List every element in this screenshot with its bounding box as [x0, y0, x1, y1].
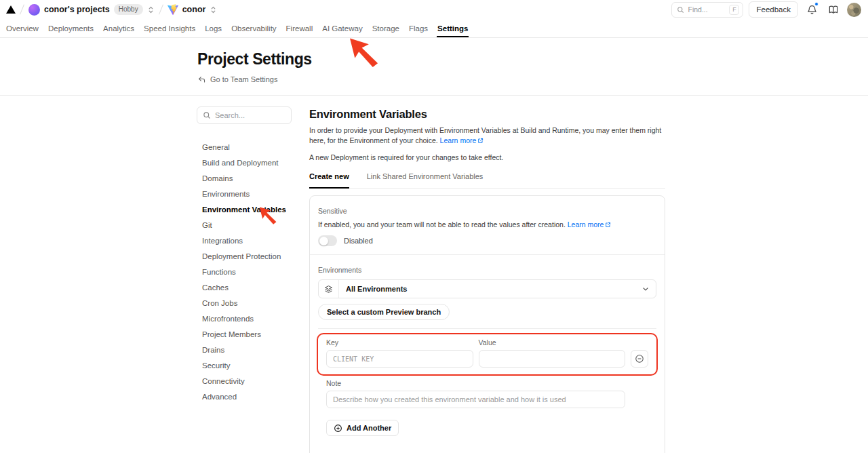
tab-create-new[interactable]: Create new: [309, 172, 349, 188]
sidebar-item-environment-variables[interactable]: Environment Variables: [197, 201, 293, 217]
redeploy-notice: A new Deployment is required for your ch…: [309, 153, 665, 161]
tab-storage[interactable]: Storage: [368, 19, 404, 37]
chevron-down-icon: [642, 285, 650, 293]
tab-deployments[interactable]: Deployments: [43, 19, 98, 37]
sidebar-item-caches[interactable]: Caches: [197, 279, 293, 295]
sensitive-toggle-row: Disabled: [318, 235, 656, 246]
env-var-tabs: Create new Link Shared Environment Varia…: [309, 172, 665, 189]
breadcrumb: conor's projects Hobby: [6, 4, 217, 16]
learn-more-link[interactable]: Learn more: [440, 136, 484, 144]
add-another-row: Add Another: [318, 408, 656, 446]
hero: Project Settings Go to Team Settings: [0, 38, 868, 96]
user-avatar[interactable]: [847, 3, 861, 17]
tab-ai-gateway[interactable]: AI Gateway: [317, 19, 367, 37]
env-vars-panel: Environment Variables In order to provid…: [309, 96, 665, 453]
external-link-icon: [605, 221, 611, 229]
project-name: conor: [182, 5, 206, 14]
sidebar-item-git[interactable]: Git: [197, 217, 293, 233]
feedback-button[interactable]: Feedback: [749, 1, 798, 18]
tab-analytics[interactable]: Analytics: [98, 19, 139, 37]
remove-row-button[interactable]: [631, 350, 648, 368]
plus-circle-icon: [334, 424, 342, 433]
breadcrumb-divider: [20, 4, 24, 14]
find-box[interactable]: F: [671, 2, 743, 18]
key-label: Key: [326, 338, 473, 347]
vercel-project-settings-page: conor's projects Hobby: [0, 0, 868, 453]
team-name: conor's projects: [44, 5, 110, 14]
go-to-team-settings-link[interactable]: Go to Team Settings: [197, 75, 277, 83]
environments-selected-value: All Environments: [339, 285, 407, 293]
sidebar-item-functions[interactable]: Functions: [197, 264, 293, 279]
tab-settings[interactable]: Settings: [433, 19, 473, 37]
selector-icon: [147, 5, 155, 14]
tab-firewall[interactable]: Firewall: [281, 19, 318, 37]
add-another-button[interactable]: Add Another: [326, 420, 399, 436]
team-switcher[interactable]: conor's projects Hobby: [28, 4, 155, 16]
notifications-bell-button[interactable]: [804, 1, 820, 18]
note-label: Note: [326, 379, 648, 387]
sidebar-item-cron-jobs[interactable]: Cron Jobs: [197, 295, 293, 311]
tab-speed-insights[interactable]: Speed Insights: [139, 19, 200, 37]
selector-icon: [210, 5, 217, 14]
sidebar-item-drains[interactable]: Drains: [197, 342, 293, 357]
sidebar-item-domains[interactable]: Domains: [197, 170, 293, 186]
search-icon: [203, 111, 211, 119]
learn-more-link[interactable]: Learn more: [568, 220, 612, 229]
tab-overview[interactable]: Overview: [1, 19, 43, 37]
note-input[interactable]: [326, 391, 625, 408]
page-title: Project Settings: [197, 50, 868, 68]
note-section: Note: [318, 376, 656, 408]
sidebar-item-project-members[interactable]: Project Members: [197, 326, 293, 342]
create-env-var-card: Sensitive If enabled, you and your team …: [309, 195, 665, 453]
sensitive-description: If enabled, you and your team will not b…: [318, 220, 656, 229]
divider: [318, 328, 656, 329]
value-input[interactable]: [479, 350, 626, 368]
project-tabs: OverviewDeploymentsAnalyticsSpeed Insigh…: [0, 19, 868, 38]
notification-dot: [814, 2, 818, 6]
topbar: conor's projects Hobby: [0, 0, 868, 19]
vercel-logo-icon[interactable]: [6, 5, 16, 14]
sidebar-item-general[interactable]: General: [197, 139, 293, 155]
find-shortcut-badge: F: [729, 5, 739, 15]
breadcrumb-divider: [159, 4, 163, 14]
docs-book-button[interactable]: [825, 1, 842, 18]
external-link-icon: [477, 136, 484, 146]
environments-select[interactable]: All Environments: [318, 279, 656, 298]
find-input[interactable]: [688, 5, 726, 14]
sidebar-item-connectivity[interactable]: Connectivity: [197, 373, 293, 389]
settings-nav: GeneralBuild and DeploymentDomainsEnviro…: [197, 139, 293, 404]
sensitive-label: Sensitive: [318, 207, 347, 215]
sidebar-item-integrations[interactable]: Integrations: [197, 233, 293, 248]
sidebar-item-security[interactable]: Security: [197, 357, 293, 373]
project-switcher[interactable]: conor: [167, 4, 218, 15]
environments-section: Environments All Environments Select a c…: [310, 254, 665, 453]
value-field-group: Value: [479, 338, 626, 368]
sensitive-toggle[interactable]: [318, 235, 337, 246]
environments-label: Environments: [318, 266, 361, 274]
key-value-row-highlight: Key Value: [317, 333, 658, 376]
tab-flags[interactable]: Flags: [404, 19, 433, 37]
toggle-state-label: Disabled: [344, 237, 373, 245]
key-value-row: Key Value: [326, 338, 648, 368]
sidebar-item-environments[interactable]: Environments: [197, 186, 293, 201]
section-title: Environment Variables: [309, 108, 665, 121]
key-input[interactable]: [326, 350, 473, 368]
tab-observability[interactable]: Observability: [226, 19, 281, 37]
select-preview-branch-button[interactable]: Select a custom Preview branch: [318, 304, 450, 320]
topbar-actions: F Feedback: [671, 1, 861, 18]
sidebar-item-build-and-deployment[interactable]: Build and Deployment: [197, 155, 293, 170]
content: GeneralBuild and DeploymentDomainsEnviro…: [0, 96, 868, 453]
value-label: Value: [479, 338, 626, 347]
section-description: In order to provide your Deployment with…: [309, 125, 665, 146]
sidebar-search-box[interactable]: [197, 106, 292, 124]
sidebar-item-microfrontends[interactable]: Microfrontends: [197, 311, 293, 326]
toggle-knob: [319, 237, 328, 245]
sidebar-search-input[interactable]: [215, 111, 283, 119]
sensitive-section: Sensitive If enabled, you and your team …: [310, 196, 665, 254]
plan-badge: Hobby: [114, 4, 143, 15]
tab-link-shared[interactable]: Link Shared Environment Variables: [367, 172, 484, 188]
search-icon: [677, 6, 684, 14]
sidebar-item-advanced[interactable]: Advanced: [197, 389, 293, 404]
tab-logs[interactable]: Logs: [200, 19, 226, 37]
sidebar-item-deployment-protection[interactable]: Deployment Protection: [197, 248, 293, 264]
